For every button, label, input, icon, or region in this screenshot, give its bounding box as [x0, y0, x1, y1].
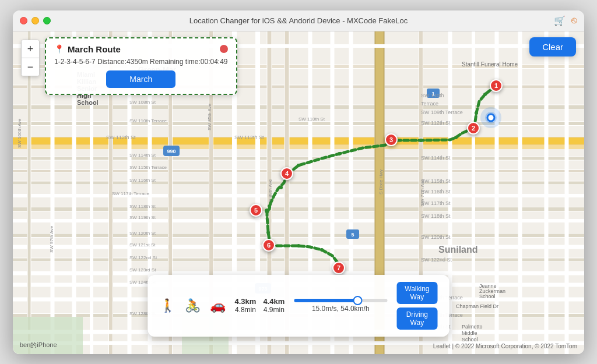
svg-point-137: [483, 93, 487, 96]
route-marker-3: 3: [385, 133, 398, 146]
svg-point-146: [297, 244, 300, 248]
svg-text:SW 117th Terrace: SW 117th Terrace: [112, 191, 149, 196]
walking-transport-icon[interactable]: 🚶: [160, 298, 175, 313]
driving-way-button[interactable]: DrivingWay: [396, 308, 437, 330]
svg-point-134: [265, 208, 269, 213]
svg-text:SW 120th St: SW 120th St: [129, 231, 156, 236]
cart-icon[interactable]: 🛒: [554, 15, 566, 26]
device-label: ben的iPhone: [20, 341, 57, 349]
remaining-time: Remaining time:00:04:49: [150, 58, 227, 66]
svg-point-141: [338, 152, 341, 156]
distance-info: 4.3km 4.8min 4.4km 4.9min: [235, 297, 285, 314]
svg-text:SW 115th Terrace: SW 115th Terrace: [129, 165, 167, 170]
maximize-button[interactable]: [43, 17, 51, 24]
svg-text:SW 110th: SW 110th: [421, 93, 444, 98]
svg-text:School: School: [77, 99, 99, 106]
distance-1-time: 4.8min: [235, 306, 257, 314]
route-marker-7: 7: [332, 261, 345, 274]
svg-text:Suniland: Suniland: [438, 245, 478, 255]
map-copyright: Leaflet | © 2022 Microsoft Corporation, …: [433, 343, 577, 349]
distance-row: 4.3km 4.8min 4.4km 4.9min: [235, 297, 285, 314]
svg-text:SW 115th St: SW 115th St: [421, 178, 451, 184]
svg-text:SW 112th St: SW 112th St: [106, 135, 136, 140]
svg-text:SW 85th Ave: SW 85th Ave: [207, 103, 212, 130]
svg-text:990: 990: [167, 149, 175, 154]
speed-label: 15.0m/s, 54.0km/h: [294, 305, 387, 313]
svg-text:SW 116th St: SW 116th St: [421, 189, 451, 195]
marker-circle-3: 3: [385, 133, 398, 146]
svg-point-140: [419, 139, 423, 142]
svg-text:Terrace: Terrace: [421, 101, 438, 107]
svg-text:SW 100th Ave: SW 100th Ave: [17, 118, 22, 147]
bottom-panel: 🚶 🚴 🚗 4.3km 4.8min 4.4km 4.9min: [148, 275, 449, 337]
titlebar-icons: 🛒 ⎋: [554, 15, 577, 26]
titlebar: Location Changer for iOS && Andorid Devi…: [13, 10, 584, 31]
driving-transport-icon[interactable]: 🚗: [210, 298, 226, 313]
svg-text:SW 116th St: SW 116th St: [129, 178, 156, 183]
svg-text:Palmetto: Palmetto: [462, 324, 483, 330]
route-marker-5: 5: [250, 204, 262, 217]
action-buttons: WalkingWay DrivingWay: [396, 282, 437, 330]
clear-button[interactable]: Clear: [529, 37, 576, 56]
pin-icon: 📍: [54, 44, 64, 54]
svg-text:SW 114th St: SW 114th St: [129, 153, 156, 158]
svg-point-143: [279, 186, 283, 189]
route-text: 1-2-3-4-5-6-7 Distance:4350m: [54, 58, 148, 66]
cycling-transport-icon[interactable]: 🚴: [185, 298, 201, 313]
svg-text:Middle: Middle: [462, 330, 477, 336]
svg-text:SW 118th St: SW 118th St: [129, 204, 156, 209]
route-marker-1: 1: [490, 79, 503, 92]
minimize-button[interactable]: [31, 17, 39, 24]
marker-circle-6: 6: [262, 239, 275, 252]
distance-2-time: 4.9min: [263, 306, 285, 314]
route-title: March Route: [68, 44, 121, 54]
svg-point-147: [320, 248, 324, 252]
svg-point-144: [268, 204, 271, 208]
svg-text:School: School: [479, 294, 496, 299]
route-info: 1-2-3-4-5-6-7 Distance:4350m Remaining t…: [54, 58, 228, 66]
svg-text:SW 120th St: SW 120th St: [421, 234, 451, 240]
svg-text:SW 110th Terrace: SW 110th Terrace: [129, 118, 167, 123]
transport-icons: 🚶 🚴 🚗: [160, 298, 226, 313]
svg-text:SW 118th St: SW 118th St: [421, 213, 451, 219]
svg-point-150: [487, 114, 494, 121]
route-card-header: 📍 March Route: [54, 44, 228, 54]
svg-point-142: [297, 164, 300, 167]
svg-text:SW 97th Ave: SW 97th Ave: [49, 225, 54, 253]
distance-item-1: 4.3km 4.8min: [235, 297, 257, 314]
svg-text:SW 122nd St: SW 122nd St: [129, 255, 157, 260]
march-button[interactable]: March: [106, 70, 175, 88]
marker-circle-1: 1: [490, 79, 503, 92]
window-title: Location Changer for iOS && Andorid Devi…: [189, 16, 408, 25]
zoom-out-button[interactable]: −: [22, 58, 39, 76]
share-icon[interactable]: ⎋: [571, 15, 577, 26]
route-card: 📍 March Route 1-2-3-4-5-6-7 Distance:435…: [45, 37, 237, 95]
route-marker-6: 6: [262, 239, 275, 252]
speed-slider[interactable]: [294, 299, 387, 302]
zoom-controls: + −: [21, 40, 40, 76]
svg-text:SW 122nd St: SW 122nd St: [421, 257, 452, 263]
map-container[interactable]: 990 5 973 1 SW 100th Ave SW 97th Ave SW …: [13, 31, 584, 354]
speed-slider-area: 15.0m/s, 54.0km/h: [294, 299, 387, 313]
marker-circle-7: 7: [332, 261, 345, 274]
svg-text:SW 121st St: SW 121st St: [129, 242, 156, 248]
svg-text:SW 110th St: SW 110th St: [298, 116, 325, 122]
zoom-in-button[interactable]: +: [22, 40, 39, 58]
svg-text:School: School: [462, 337, 478, 342]
marker-circle-2: 2: [467, 122, 480, 135]
route-marker-4: 4: [280, 167, 293, 180]
svg-point-139: [454, 136, 458, 139]
svg-text:Stanfill Funeral Home: Stanfill Funeral Home: [462, 61, 518, 68]
svg-text:SW 108th St: SW 108th St: [129, 100, 156, 105]
walking-way-button[interactable]: WalkingWay: [396, 282, 437, 304]
svg-text:SW 109th Terrace: SW 109th Terrace: [421, 109, 463, 115]
close-button[interactable]: [20, 17, 27, 24]
route-close-button[interactable]: [220, 45, 228, 53]
svg-text:SW 119th St: SW 119th St: [129, 215, 156, 220]
marker-circle-4: 4: [280, 167, 293, 180]
svg-text:SW 112th St: SW 112th St: [234, 135, 264, 140]
svg-text:SW 114th St: SW 114th St: [421, 155, 451, 161]
svg-text:Chapman Field Dr: Chapman Field Dr: [456, 303, 498, 309]
svg-text:SW 112th St: SW 112th St: [421, 120, 451, 126]
distance-item-2: 4.4km 4.9min: [263, 297, 285, 314]
